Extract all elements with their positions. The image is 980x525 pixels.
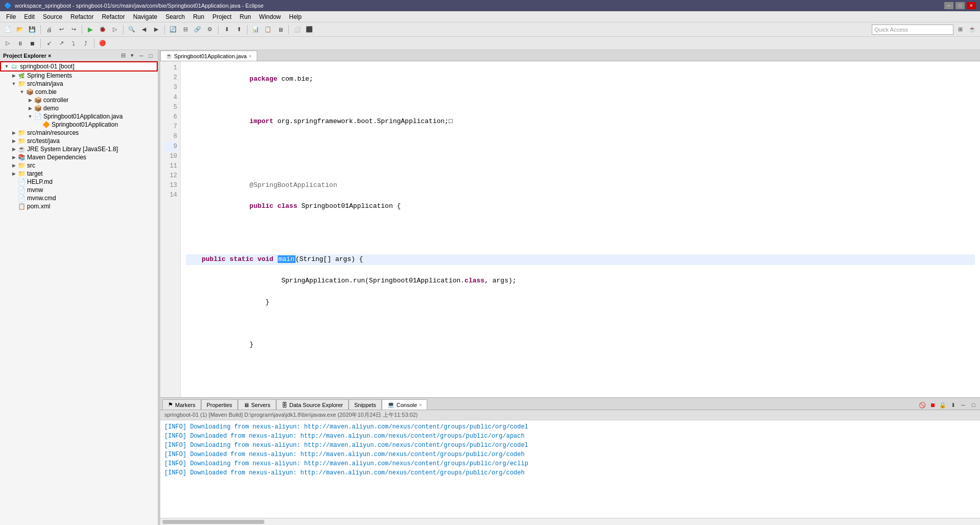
bottom-tab-markers[interactable]: ⚑ Markers xyxy=(162,399,201,410)
line-num-7: 7 xyxy=(163,122,177,132)
prev-annotation-button[interactable]: ⬆ xyxy=(233,24,244,35)
menu-window[interactable]: Window xyxy=(255,12,285,21)
datasource-label: Data Source Explorer xyxy=(289,402,343,408)
perspective2-button[interactable]: 📋 xyxy=(262,24,274,35)
menu-search[interactable]: Search xyxy=(161,12,189,21)
tree-arrow-spring-elements: ▶ xyxy=(10,73,17,78)
maximize-view-button[interactable]: ⬛ xyxy=(304,24,315,35)
link-button[interactable]: 🔗 xyxy=(192,24,203,35)
tb2-btn3[interactable]: ⏹ xyxy=(27,38,38,49)
menu-refactor[interactable]: Refactor xyxy=(66,12,97,21)
tree-item-mvnw-cmd[interactable]: 📄 mvnw.cmd xyxy=(0,194,158,202)
explorer-max-btn[interactable]: □ xyxy=(146,52,155,60)
tab-close-button[interactable]: × xyxy=(249,54,252,59)
explorer-min-btn[interactable]: ─ xyxy=(137,52,145,60)
tab-label: Springboot01Application.java xyxy=(174,53,247,59)
explorer-menu-btn[interactable]: ▾ xyxy=(128,52,136,60)
editor-content[interactable]: 1 2 3 4 5 6 7 8 9 10 11 xyxy=(160,61,980,397)
minimize-button[interactable]: ─ xyxy=(944,2,953,9)
tree-item-spring-elements[interactable]: ▶ 🌿 Spring Elements xyxy=(0,71,158,80)
servers-icon: 🖥 xyxy=(243,402,249,408)
menu-file[interactable]: File xyxy=(2,12,20,21)
tree-item-springboot01app-java[interactable]: ▼ 📄 Springboot01Application.java xyxy=(0,112,158,121)
menu-edit[interactable]: Edit xyxy=(20,12,39,21)
save-button[interactable]: 💾 xyxy=(27,24,38,35)
code-editor-lines[interactable]: package com.bie; import org.springframew… xyxy=(181,61,980,397)
collapse-button[interactable]: ⊟ xyxy=(180,24,191,35)
menu-help[interactable]: Help xyxy=(285,12,306,21)
tree-item-help-md[interactable]: 📄 HELP.md xyxy=(0,178,158,186)
tree-item-src-main-java[interactable]: ▼ 📁 src/main/java xyxy=(0,80,158,88)
explorer-collapse-btn[interactable]: ⊟ xyxy=(119,52,127,60)
line-num-11: 11 xyxy=(163,161,177,171)
menu-run2[interactable]: Run xyxy=(236,12,255,21)
tree-arrow-springboot01app-java: ▼ xyxy=(27,114,34,119)
open-button[interactable]: 📂 xyxy=(14,24,26,35)
maximize-button[interactable]: □ xyxy=(955,2,965,9)
tree-item-springboot01[interactable]: ▼ 🗂 springboot-01 [boot] xyxy=(0,61,158,71)
bottom-tab-datasource[interactable]: 🗄 Data Source Explorer xyxy=(276,399,349,410)
tree-arrow-springboot01: ▼ xyxy=(3,64,10,69)
console-scroll-lock-button[interactable]: 🔒 xyxy=(938,400,947,410)
tree-item-src[interactable]: ▶ 📁 src xyxy=(0,161,158,170)
console-close-button[interactable]: × xyxy=(419,402,422,408)
run-button[interactable]: ▶ xyxy=(85,24,96,35)
search-button[interactable]: 🔍 xyxy=(126,24,137,35)
perspective-switch-button[interactable]: ⊞ xyxy=(954,24,966,35)
tree-item-mvnw[interactable]: 📄 mvnw xyxy=(0,186,158,194)
tb2-btn5[interactable]: ↗ xyxy=(56,38,67,49)
minimize-view-button[interactable]: ⬜ xyxy=(291,24,303,35)
perspective3-button[interactable]: 🖥 xyxy=(275,24,286,35)
demo-icon: 📦 xyxy=(34,105,42,112)
tb2-breakpoint-btn[interactable]: 🔴 xyxy=(97,38,108,49)
tree-item-src-main-res[interactable]: ▶ 📁 src/main/resources xyxy=(0,129,158,137)
tree-item-com-bie[interactable]: ▼ 📦 com.bie xyxy=(0,88,158,96)
tb2-btn7[interactable]: ⤴ xyxy=(80,38,91,49)
tree-item-demo[interactable]: ▶ 📦 demo xyxy=(0,104,158,112)
menu-project[interactable]: Project xyxy=(208,12,235,21)
tree-item-target[interactable]: ▶ 📁 target xyxy=(0,170,158,178)
bottom-tab-servers[interactable]: 🖥 Servers xyxy=(238,399,276,410)
close-button[interactable]: ✕ xyxy=(967,2,976,9)
editor-tab-springboot01app[interactable]: ☕ Springboot01Application.java × xyxy=(160,51,257,61)
undo-button[interactable]: ↩ xyxy=(56,24,67,35)
menu-run[interactable]: Run xyxy=(189,12,208,21)
console-stop-button[interactable]: ⏹ xyxy=(928,400,937,410)
tree-item-springboot01app-class[interactable]: 🔶 Springboot01Application xyxy=(0,121,158,129)
open-perspective-button[interactable]: 📊 xyxy=(250,24,261,35)
tree-item-src-test-java[interactable]: ▶ 📁 src/test/java xyxy=(0,137,158,145)
bottom-tab-console[interactable]: 💻 Console × xyxy=(382,399,428,410)
console-clear-button[interactable]: 🚫 xyxy=(918,400,927,410)
console-scroll-end-button[interactable]: ⬇ xyxy=(948,400,958,410)
redo-button[interactable]: ↪ xyxy=(68,24,79,35)
tree-label-com-bie: com.bie xyxy=(35,88,57,96)
quick-access-input[interactable]: Quick Access xyxy=(872,25,953,35)
back-button[interactable]: ◀ xyxy=(138,24,150,35)
console-scrollbar[interactable] xyxy=(160,518,980,525)
menu-refactor2[interactable]: Refactor xyxy=(97,12,129,21)
bottom-tab-snippets[interactable]: Snippets xyxy=(349,399,382,410)
tree-item-jre[interactable]: ▶ ☕ JRE System Library [JavaSE-1.8] xyxy=(0,145,158,153)
forward-button[interactable]: ▶ xyxy=(151,24,162,35)
debug-button[interactable]: 🐞 xyxy=(97,24,108,35)
tb2-btn1[interactable]: ▷ xyxy=(2,38,13,49)
menu-source[interactable]: Source xyxy=(39,12,66,21)
menu-navigate[interactable]: Navigate xyxy=(129,12,161,21)
console-minimize-button[interactable]: ─ xyxy=(959,400,968,410)
next-annotation-button[interactable]: ⬇ xyxy=(221,24,232,35)
run-last-button[interactable]: ▷ xyxy=(109,24,120,35)
tree-item-pom-xml[interactable]: 📋 pom.xml xyxy=(0,202,158,210)
code-line-6: @SpringBootApplication xyxy=(250,181,337,189)
tb2-btn4[interactable]: ↙ xyxy=(43,38,55,49)
tb2-btn2[interactable]: ⏸ xyxy=(14,38,26,49)
new-button[interactable]: 📄 xyxy=(2,24,13,35)
tree-item-controller[interactable]: ▶ 📦 controller xyxy=(0,96,158,104)
tree-item-maven-dep[interactable]: ▶ 📚 Maven Dependencies xyxy=(0,153,158,161)
console-maximize-button[interactable]: □ xyxy=(969,400,978,410)
tb2-btn6[interactable]: ⤵ xyxy=(68,38,79,49)
print-button[interactable]: 🖨 xyxy=(43,24,55,35)
settings-button[interactable]: ⚙ xyxy=(204,24,215,35)
bottom-tab-properties[interactable]: Properties xyxy=(201,399,238,410)
refresh-button[interactable]: 🔄 xyxy=(167,24,179,35)
perspective-java-button[interactable]: ☕ xyxy=(967,24,978,35)
